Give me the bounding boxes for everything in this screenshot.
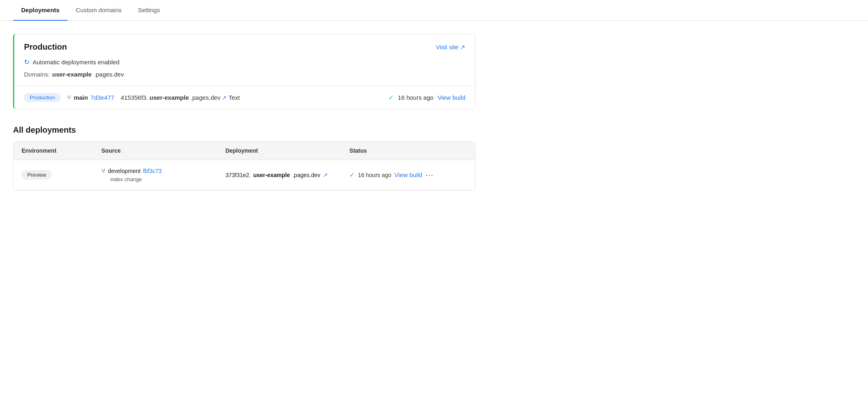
deployment-domain: 415356f3. user-example .pages.dev ↗ Text — [121, 94, 240, 101]
row-more-options-icon[interactable]: ··· — [425, 170, 434, 180]
deploy-text-label: Text — [228, 94, 240, 101]
domain-suffix: .pages.dev — [94, 71, 124, 78]
production-header: Production Visit site ↗ ↻ Automatic depl… — [14, 34, 475, 86]
deploy-commit-prefix: 415356f3. — [121, 94, 148, 101]
deploy-domain-bold: user-example — [149, 94, 189, 101]
table-row: Preview ⑂ development fbf3c73 index chan… — [13, 160, 475, 190]
tab-settings[interactable]: Settings — [130, 0, 168, 21]
commit-hash-link[interactable]: 7d3e477 — [90, 94, 114, 101]
production-status-section: ✓ 16 hours ago View build — [388, 94, 465, 101]
all-deployments-title: All deployments — [13, 125, 476, 135]
all-deployments-section: All deployments Environment Source Deplo… — [13, 125, 476, 191]
production-title: Production — [24, 42, 67, 52]
production-deployment-row: Production ⑂ main 7d3e477 415356f3. user… — [14, 86, 475, 109]
row-deploy-prefix: 373f31e2. — [226, 172, 251, 178]
row-check-icon: ✓ — [349, 171, 355, 179]
auto-deploy-row: ↻ Automatic deployments enabled — [24, 58, 465, 66]
domains-row: Domains: user-example .pages.dev — [24, 71, 465, 78]
main-content: Production Visit site ↗ ↻ Automatic depl… — [0, 21, 489, 204]
source-commit-note: index change — [101, 176, 142, 182]
row-environment-cell: Preview — [22, 170, 95, 180]
col-source: Source — [101, 147, 219, 154]
row-status-cell: ✓ 16 hours ago View build ··· — [349, 170, 467, 180]
deploy-domain-suffix: .pages.dev — [191, 94, 220, 101]
git-branch-icon: ⑂ — [67, 94, 71, 101]
source-commit-hash[interactable]: fbf3c73 — [143, 168, 162, 174]
branch-name: main — [74, 94, 88, 101]
production-card: Production Visit site ↗ ↻ Automatic depl… — [13, 34, 476, 109]
row-time-ago: 16 hours ago — [358, 172, 391, 178]
external-link-icon: ↗ — [460, 44, 465, 51]
refresh-icon: ↻ — [24, 58, 29, 66]
col-deployment: Deployment — [226, 147, 343, 154]
visit-site-label: Visit site — [436, 44, 458, 50]
col-status: Status — [349, 147, 467, 154]
row-deploy-domain-bold: user-example — [253, 172, 290, 178]
row-deployment-cell: 373f31e2. user-example .pages.dev ↗ — [226, 172, 343, 178]
row-source-cell: ⑂ development fbf3c73 index change — [101, 167, 219, 182]
tabs-bar: Deployments Custom domains Settings — [0, 0, 868, 21]
source-git-icon: ⑂ — [101, 167, 105, 175]
deploy-ext-link-icon[interactable]: ↗ — [222, 94, 227, 101]
preview-env-badge: Preview — [22, 170, 52, 180]
source-branch: development — [108, 168, 140, 174]
source-top: ⑂ development fbf3c73 — [101, 167, 162, 175]
col-environment: Environment — [22, 147, 95, 154]
domains-label: Domains: — [24, 71, 50, 78]
row-view-build-link[interactable]: View build — [395, 171, 422, 178]
production-env-badge: Production — [24, 93, 61, 102]
tab-custom-domains[interactable]: Custom domains — [68, 0, 130, 21]
visit-site-link[interactable]: Visit site ↗ — [436, 44, 465, 51]
row-deploy-domain-suffix: .pages.dev — [292, 172, 320, 178]
auto-deploy-label: Automatic deployments enabled — [33, 59, 119, 66]
production-time-ago: 16 hours ago — [398, 94, 434, 101]
branch-info: ⑂ main 7d3e477 — [67, 94, 114, 101]
deployments-table: Environment Source Deployment Status Pre… — [13, 141, 476, 191]
tab-deployments[interactable]: Deployments — [13, 0, 68, 21]
row-deploy-ext-link-icon[interactable]: ↗ — [323, 172, 328, 178]
domain-name-bold: user-example — [52, 71, 92, 78]
production-title-row: Production Visit site ↗ — [24, 42, 465, 52]
production-view-build-link[interactable]: View build — [438, 94, 465, 101]
success-check-icon: ✓ — [388, 94, 394, 101]
table-header: Environment Source Deployment Status — [13, 142, 475, 160]
